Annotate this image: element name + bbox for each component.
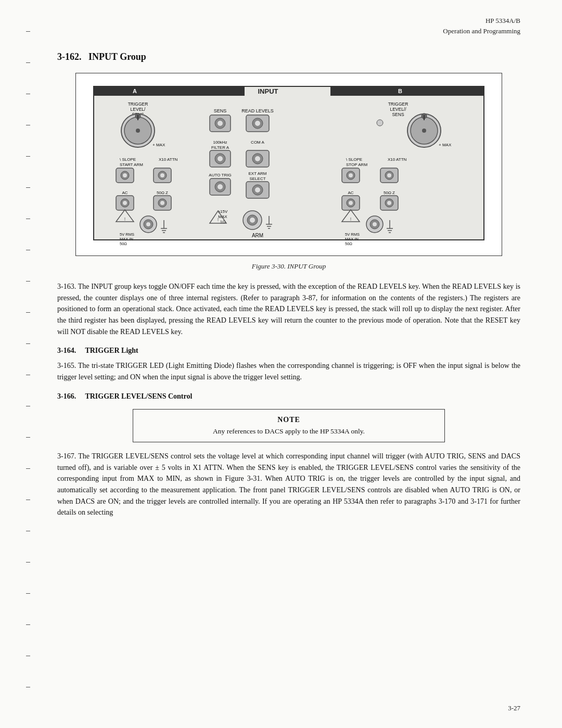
tick-20 [26,624,30,625]
svg-text:X10 ATTN: X10 ATTN [388,157,407,162]
panel-diagram: A INPUT B TRIGGER LEVEL/ SENS [84,84,494,245]
tick-6 [26,187,30,188]
tick-12 [26,375,30,375]
svg-point-86 [377,120,383,126]
svg-text:SELECT: SELECT [249,176,265,181]
svg-text:EXT ARM: EXT ARM [249,171,267,176]
svg-point-92 [422,129,426,133]
input-panel-svg: A INPUT B TRIGGER LEVEL/ SENS [91,84,487,245]
svg-text:INPUT: INPUT [258,87,278,95]
svg-text:STOP ARM: STOP ARM [346,162,367,167]
page-number: 3-27 [508,704,520,712]
svg-point-101 [387,173,391,177]
tick-19 [26,593,30,594]
para-165-text: 3-165. The tri-state TRIGGER LED (Light … [57,362,520,381]
svg-text:MAX IN: MAX IN [120,237,133,241]
svg-text:LEVEL/: LEVEL/ [131,107,146,112]
note-title: NOTE [149,416,429,424]
svg-text:ARM: ARM [252,233,263,238]
para-167-text: 3-167. The TRIGGER LEVEL/SENS control se… [57,452,520,516]
svg-text:5V RMS: 5V RMS [345,232,360,237]
subsection-164-num: 3-164. [57,347,76,354]
tick-17 [26,531,30,531]
page-header: HP 5334A/B Operation and Programming [57,16,520,36]
figure-caption: Figure 3-30. INPUT Group [57,262,520,271]
tick-10 [26,312,30,313]
svg-text:AC: AC [348,190,353,195]
margin-marks [10,0,42,728]
paragraph-163: 3-163. The INPUT group keys toggle ON/OF… [57,281,520,337]
svg-point-114 [373,222,377,226]
tick-11 [26,343,30,344]
paragraph-167: 3-167. The TRIGGER LEVEL/SENS control se… [57,451,520,518]
svg-text:AC: AC [122,190,127,195]
svg-text:50Ω Z: 50Ω Z [384,190,395,195]
paragraph-165: 3-165. The tri-state TRIGGER LED (Light … [57,360,520,382]
subsection-166-num: 3-166. [57,392,76,400]
tick-7 [26,219,30,219]
tick-21 [26,656,30,656]
tick-4 [26,125,30,125]
tick-16 [26,500,30,500]
svg-text:X10 ATTN: X10 ATTN [159,157,178,162]
svg-point-78 [250,218,255,223]
svg-text:READ LEVELS: READ LEVELS [241,108,274,113]
para-163-text: 3-163. The INPUT group keys toggle ON/OF… [57,283,520,336]
svg-point-31 [160,201,164,205]
svg-text:!: ! [350,216,352,222]
svg-text:!: ! [218,217,219,222]
svg-point-106 [349,201,353,205]
svg-point-109 [387,201,391,205]
tick-22 [26,687,30,687]
svg-text:50Ω: 50Ω [120,241,127,245]
figure-container: A INPUT B TRIGGER LEVEL/ SENS [75,73,502,256]
svg-text:B: B [398,88,402,94]
section-title: 3-162. INPUT Group [57,52,520,62]
svg-text:AUTO TRIG: AUTO TRIG [209,173,231,177]
svg-text:LEVEL//: LEVEL// [390,107,406,112]
page-container: HP 5334A/B Operation and Programming 3-1… [0,0,562,728]
tick-15 [26,468,30,469]
svg-point-20 [123,173,127,177]
svg-point-36 [146,222,150,226]
svg-point-51 [255,121,260,126]
tick-1 [26,31,30,32]
svg-text:TRIGGER: TRIGGER [128,101,148,107]
svg-text:SENS: SENS [214,108,227,113]
section-heading: INPUT Group [88,52,146,62]
tick-18 [26,562,30,563]
svg-point-98 [349,173,353,177]
svg-point-14 [136,129,140,133]
svg-text:COM A: COM A [251,140,264,145]
svg-text:SENS: SENS [392,112,404,117]
svg-text:A: A [133,88,137,94]
tick-8 [26,250,30,250]
svg-rect-1 [94,86,245,96]
tick-14 [26,437,30,438]
svg-text:+ MAX: + MAX [439,143,452,147]
svg-text:\ SLOPE: \ SLOPE [120,157,136,162]
svg-point-56 [218,156,223,161]
svg-text:5V RMS: 5V RMS [120,232,134,237]
subsection-166-title: 3-166. TRIGGER LEVEL/SENS Control [57,392,520,401]
svg-point-47 [218,121,223,126]
subsection-164-heading: TRIGGER Light [85,347,138,354]
svg-text:50Ω Z: 50Ω Z [157,190,168,195]
svg-point-60 [255,156,260,161]
svg-text:+ MAX: + MAX [152,143,165,147]
svg-text:50Ω: 50Ω [345,241,352,245]
header-line1: HP 5334A/B [57,16,520,26]
section-number: 3-162. [57,52,82,62]
svg-text:START ARM: START ARM [120,162,143,167]
tick-13 [26,406,30,406]
svg-point-23 [160,173,164,177]
svg-text:100kHz: 100kHz [213,140,227,145]
note-text: Any references to DACS apply to the HP 5… [149,427,429,436]
svg-text:TRIGGER: TRIGGER [388,101,408,107]
note-box: NOTE Any references to DACS apply to the… [133,409,445,442]
tick-5 [26,156,30,157]
header-line2: Operation and Programming [57,26,520,36]
svg-text:!: ! [124,216,126,222]
subsection-166-heading: TRIGGER LEVEL/SENS Control [85,392,192,400]
svg-rect-4 [330,86,484,96]
